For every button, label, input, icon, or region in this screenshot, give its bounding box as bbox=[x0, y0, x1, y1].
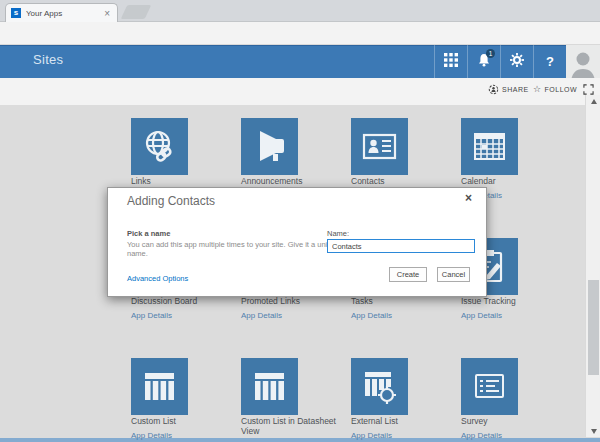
tab-close-icon[interactable]: × bbox=[102, 8, 112, 19]
app-label-contacts: Contacts bbox=[351, 177, 459, 187]
app-details-link-external-list[interactable]: App Details bbox=[351, 431, 392, 440]
app-label-tasks: Tasks bbox=[351, 297, 459, 307]
dialog-description-line1: You can add this app multiple times to y… bbox=[127, 240, 342, 249]
settings-button[interactable] bbox=[500, 45, 533, 78]
dialog-description: You can add this app multiple times to y… bbox=[127, 240, 342, 259]
app-cell-contacts: ContactsApp Details bbox=[351, 118, 461, 175]
dialog-title: Adding Contacts bbox=[127, 194, 215, 208]
app-tile-calendar[interactable] bbox=[461, 118, 518, 175]
app-label-calendar: Calendar bbox=[461, 177, 569, 187]
app-details-link-survey[interactable]: App Details bbox=[461, 431, 502, 440]
app-label-custom-list: Custom List bbox=[131, 417, 239, 427]
scroll-up-icon[interactable] bbox=[586, 95, 600, 107]
pick-a-name-heading: Pick a name bbox=[127, 229, 170, 238]
app-label-issue-tracking: Issue Tracking bbox=[461, 297, 569, 307]
calendar-icon bbox=[461, 118, 518, 175]
scrollbar-thumb[interactable] bbox=[588, 280, 599, 375]
share-button[interactable]: SHARE bbox=[488, 84, 529, 95]
browser-window: s Your Apps × ← → ↻ https://sharepointtu… bbox=[0, 0, 600, 442]
app-label-links: Links bbox=[131, 177, 239, 187]
help-icon: ? bbox=[546, 54, 554, 69]
create-button[interactable]: Create bbox=[389, 267, 427, 282]
window-bottom-edge bbox=[0, 438, 600, 442]
share-icon bbox=[488, 84, 499, 95]
tab-title: Your Apps bbox=[26, 9, 102, 18]
app-label-discussion-board: Discussion Board bbox=[131, 297, 239, 307]
app-launcher-button[interactable] bbox=[434, 45, 467, 78]
app-details-link-promoted-links[interactable]: App Details bbox=[241, 311, 282, 320]
app-tile-external-list[interactable] bbox=[351, 358, 408, 415]
app-details-link-discussion-board[interactable]: App Details bbox=[131, 311, 172, 320]
new-tab-button[interactable] bbox=[121, 5, 152, 19]
focus-mode-button[interactable] bbox=[583, 84, 594, 95]
help-button[interactable]: ? bbox=[533, 45, 566, 78]
notification-badge: 1 bbox=[486, 49, 495, 58]
external-list-icon bbox=[351, 358, 408, 415]
app-tile-survey[interactable] bbox=[461, 358, 518, 415]
app-details-link-issue-tracking[interactable]: App Details bbox=[461, 311, 502, 320]
survey-icon bbox=[461, 358, 518, 415]
browser-toolbar: ← → ↻ https://sharepointtutorials.sharep… bbox=[0, 22, 600, 45]
app-label-survey: Survey bbox=[461, 417, 569, 427]
app-label-external-list: External List bbox=[351, 417, 459, 427]
app-cell-links: LinksApp Details bbox=[131, 118, 241, 175]
vertical-scrollbar[interactable] bbox=[585, 95, 600, 437]
follow-label: FOLLOW bbox=[545, 86, 578, 93]
notifications-button[interactable]: 1 bbox=[467, 45, 500, 78]
app-tile-custom-list-in-datasheet-view[interactable] bbox=[241, 358, 298, 415]
custom-list-icon bbox=[241, 358, 298, 415]
app-cell-survey: SurveyApp Details bbox=[461, 358, 571, 415]
app-tile-links[interactable] bbox=[131, 118, 188, 175]
app-cell-announcements: AnnouncementsApp Details bbox=[241, 118, 351, 175]
app-label-announcements: Announcements bbox=[241, 177, 349, 187]
follow-button[interactable]: ☆ FOLLOW bbox=[533, 84, 577, 94]
follow-star-icon: ☆ bbox=[533, 84, 542, 94]
name-input[interactable] bbox=[327, 239, 475, 253]
focus-icon bbox=[583, 84, 594, 95]
advanced-options-link[interactable]: Advanced Options bbox=[127, 274, 188, 283]
app-label-custom-list-in-datasheet-view: Custom List in DatasheetView bbox=[241, 417, 349, 437]
name-field-label: Name: bbox=[327, 229, 349, 238]
tab-strip: s Your Apps × bbox=[0, 0, 600, 22]
app-cell-external-list: External ListApp Details bbox=[351, 358, 461, 415]
announcements-icon bbox=[241, 118, 298, 175]
gear-icon bbox=[509, 52, 525, 72]
sharepoint-favicon-icon: s bbox=[11, 8, 21, 18]
dialog-description-line2: name. bbox=[127, 249, 342, 258]
app-details-link-custom-list[interactable]: App Details bbox=[131, 431, 172, 440]
app-label-promoted-links: Promoted Links bbox=[241, 297, 349, 307]
app-tile-announcements[interactable] bbox=[241, 118, 298, 175]
dialog-close-icon[interactable]: × bbox=[465, 191, 472, 205]
cancel-button[interactable]: Cancel bbox=[437, 267, 470, 282]
app-cell-custom-list-in-datasheet-view: Custom List in DatasheetViewApp Details bbox=[241, 358, 351, 415]
adding-contacts-dialog: Adding Contacts × Pick a name You can ad… bbox=[107, 187, 487, 297]
browser-tab[interactable]: s Your Apps × bbox=[5, 3, 118, 22]
contacts-icon bbox=[351, 118, 408, 175]
app-tile-custom-list[interactable] bbox=[131, 358, 188, 415]
custom-list-icon bbox=[131, 358, 188, 415]
app-cell-custom-list: Custom ListApp Details bbox=[131, 358, 241, 415]
links-icon bbox=[131, 118, 188, 175]
share-label: SHARE bbox=[502, 86, 529, 93]
app-cell-calendar: CalendarApp Details bbox=[461, 118, 571, 175]
suite-bar-title: Sites bbox=[33, 52, 63, 67]
app-details-link-tasks[interactable]: App Details bbox=[351, 311, 392, 320]
app-tile-contacts[interactable] bbox=[351, 118, 408, 175]
waffle-icon bbox=[444, 53, 458, 71]
scroll-down-icon[interactable] bbox=[586, 425, 600, 437]
